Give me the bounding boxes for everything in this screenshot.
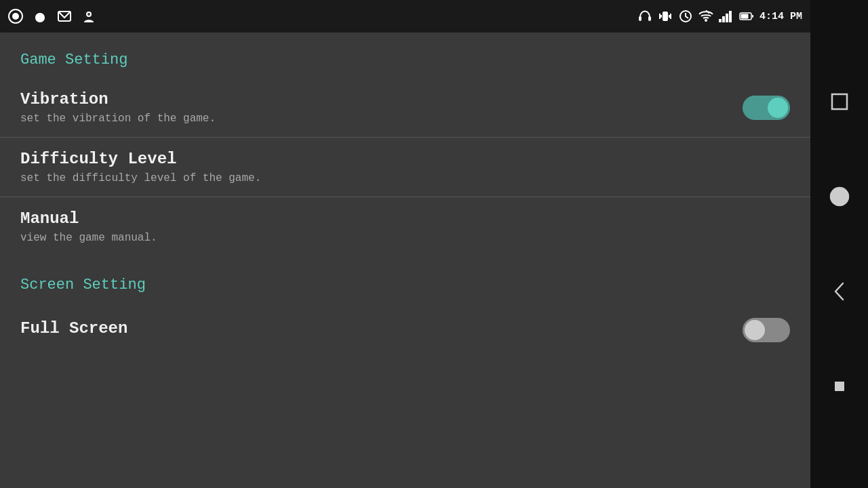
svg-rect-23 [832, 94, 847, 109]
svg-point-24 [831, 188, 848, 205]
svg-rect-25 [835, 382, 844, 391]
difficulty-level-title: Difficulty Level [20, 150, 790, 168]
full-screen-toggle-knob [745, 320, 765, 340]
svg-rect-17 [722, 16, 725, 22]
manual-text: Manual view the game manual. [20, 209, 790, 244]
game-setting-section: Game Setting Vibration set the vibration… [0, 45, 810, 256]
svg-point-5 [87, 13, 90, 16]
svg-rect-22 [752, 15, 753, 18]
right-nav [810, 0, 868, 488]
svg-point-14 [705, 19, 707, 22]
recent-apps-button[interactable] [823, 85, 856, 119]
app-icons [8, 9, 96, 24]
svg-rect-7 [648, 16, 651, 21]
clock-icon [678, 9, 693, 24]
screen-setting-section: Screen Setting Full Screen [0, 270, 810, 357]
vibration-text: Vibration set the vibration of the game. [20, 90, 743, 125]
manual-desc: view the game manual. [20, 232, 790, 244]
vibration-title: Vibration [20, 90, 743, 108]
main-content: Game Setting Vibration set the vibration… [0, 33, 810, 488]
manual-row[interactable]: Manual view the game manual. [0, 197, 810, 256]
vibration-desc: set the vibration of the game. [20, 113, 743, 125]
difficulty-level-desc: set the difficulty level of the game. [20, 172, 790, 184]
vibration-toggle-knob [768, 98, 788, 118]
svg-point-1 [12, 13, 19, 20]
vibrate-icon [658, 9, 673, 24]
full-screen-text: Full Screen [20, 319, 743, 342]
manual-title: Manual [20, 209, 790, 228]
battery-icon [739, 9, 754, 24]
game-setting-header: Game Setting [0, 45, 810, 78]
svg-rect-6 [639, 16, 642, 21]
nav-small-square [823, 369, 856, 403]
headphone-icon [637, 9, 652, 24]
home-button[interactable] [823, 180, 856, 214]
svg-rect-19 [729, 11, 732, 22]
svg-rect-8 [663, 12, 668, 21]
svg-rect-18 [726, 14, 728, 22]
vibration-toggle[interactable] [743, 96, 790, 120]
app-icon-2 [33, 9, 47, 24]
svg-rect-21 [741, 14, 748, 19]
status-bar: 4:14 PM [0, 0, 810, 33]
svg-point-2 [37, 15, 43, 20]
status-bar-right: 4:14 PM [637, 9, 802, 24]
screen-setting-header: Screen Setting [0, 270, 810, 303]
app-icon-1 [8, 9, 23, 24]
difficulty-level-text: Difficulty Level set the difficulty leve… [20, 150, 790, 184]
section-gap [0, 256, 810, 270]
difficulty-level-row[interactable]: Difficulty Level set the difficulty leve… [0, 138, 810, 197]
time-display: 4:14 PM [760, 11, 802, 22]
back-button[interactable] [823, 274, 856, 308]
svg-rect-16 [719, 19, 722, 22]
signal-icon [719, 9, 734, 24]
app-icon-3 [57, 9, 72, 24]
app-icon-4 [81, 9, 96, 24]
wifi-icon [698, 9, 713, 24]
full-screen-row[interactable]: Full Screen [0, 303, 810, 357]
full-screen-toggle[interactable] [743, 318, 790, 342]
vibration-row[interactable]: Vibration set the vibration of the game. [0, 78, 810, 138]
full-screen-title: Full Screen [20, 319, 743, 338]
